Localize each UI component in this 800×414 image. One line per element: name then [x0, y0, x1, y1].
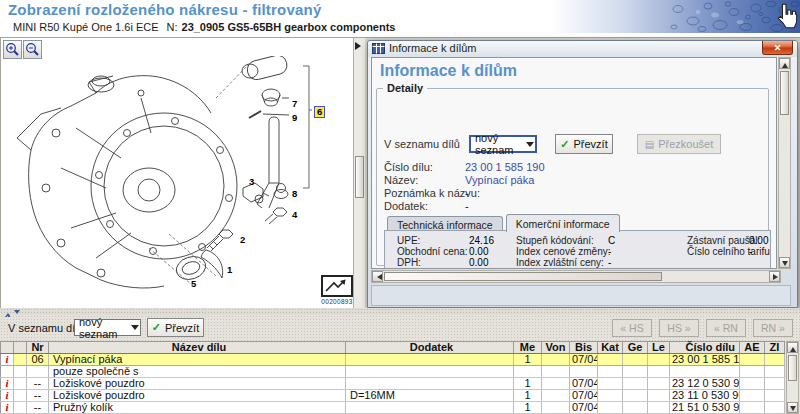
- cell-info[interactable]: i: [1, 354, 14, 366]
- cell-info: [1, 366, 14, 378]
- table-row[interactable]: i--Ložiskové pouzdroD=16MM107/0423 11 0 …: [1, 390, 785, 402]
- header-le: Le: [648, 342, 670, 354]
- table-row[interactable]: i--Ložiskové pouzdro107/0423 12 0 530 90…: [1, 378, 785, 390]
- scroll-up-icon[interactable]: [787, 342, 798, 353]
- dialog-heading: Informace k dílům: [380, 62, 517, 80]
- parts-table: NrNázev díluDodatekMeVonBisKatGeLeČíslo …: [0, 341, 785, 414]
- table-vertical-scrollbar[interactable]: [786, 341, 799, 414]
- scrollbar-thumb[interactable]: [355, 156, 364, 198]
- take-over-button[interactable]: ✓ Převzít: [555, 134, 613, 154]
- cell-zi: [765, 354, 785, 366]
- cell-me: 1: [514, 378, 542, 390]
- drawing-stamp[interactable]: [321, 275, 353, 297]
- parts-list-dropdown[interactable]: nový seznam: [74, 319, 141, 336]
- dialog-titlebar[interactable]: Informace k dílům ✕: [368, 41, 797, 57]
- decorative-banner: [550, 0, 800, 33]
- part-callout-9[interactable]: 9: [292, 112, 297, 123]
- tab-komer-n-informace[interactable]: Komerční informace: [506, 214, 620, 232]
- scrollbar-thumb[interactable]: [780, 71, 789, 115]
- commercial-label: Index zvláštní ceny:: [516, 258, 608, 269]
- drawing-code: 23_0905 GS5-65BH gearbox components: [182, 21, 396, 33]
- take-over-button[interactable]: ✓ Převzít: [147, 318, 204, 337]
- nav-button-3[interactable]: RN »: [753, 319, 793, 337]
- cell-bis: 07/04: [570, 402, 598, 414]
- field-label: Název:: [384, 174, 418, 186]
- nav-button-2[interactable]: « RN: [706, 319, 746, 337]
- verify-button[interactable]: ▤ Přezkoušet: [637, 134, 721, 154]
- exploded-drawing-panel: 796384215 00200893: [0, 38, 364, 308]
- banner-bubbles-graphic: [550, 0, 800, 33]
- table-row[interactable]: i06Vypínací páka107/0423 00 1 585 190: [1, 354, 785, 366]
- part-callout-2[interactable]: 2: [240, 234, 245, 245]
- header-name: Název dílu: [49, 342, 346, 354]
- nav-button-0[interactable]: « HS: [612, 319, 652, 337]
- cell-ge: [623, 354, 648, 366]
- parts-list-toolbar: V seznamu dílů nový seznam ✓ Převzít « H…: [0, 315, 800, 341]
- table-row[interactable]: pouze společně s: [1, 366, 785, 378]
- header-ge: Ge: [623, 342, 648, 354]
- app-window: Zobrazení rozloženého nákresu - filtrova…: [0, 0, 800, 414]
- cell-zi: [765, 402, 785, 414]
- commercial-row: Číslo celního tarifu:-: [687, 247, 769, 258]
- nav-button-1[interactable]: HS »: [659, 319, 699, 337]
- cell-kat: [598, 402, 623, 414]
- header-von: Von: [542, 342, 570, 354]
- part-callout-5[interactable]: 5: [191, 278, 196, 289]
- cell-name: Pružný kolík: [49, 402, 346, 414]
- scroll-down-icon[interactable]: [779, 257, 790, 268]
- cell-ge: [623, 366, 648, 378]
- cell-le: [648, 366, 670, 378]
- cell-name: Ložiskové pouzdro: [49, 378, 346, 390]
- part-callout-1[interactable]: 1: [227, 264, 232, 275]
- cell-info[interactable]: i: [1, 390, 14, 402]
- header-cislo: Číslo dílu: [670, 342, 740, 354]
- page-title: Zobrazení rozloženého nákresu - filtrova…: [8, 1, 321, 18]
- cell-dodatek: D=16MM: [346, 390, 514, 402]
- part-callout-4[interactable]: 4: [292, 209, 297, 220]
- cell-info[interactable]: i: [1, 378, 14, 390]
- chevron-down-icon: [525, 137, 535, 151]
- cell-me: 1: [514, 402, 542, 414]
- table-row[interactable]: i--Pružný kolík107/0421 51 0 530 910: [1, 402, 785, 414]
- zoom-out-icon: [25, 42, 40, 57]
- vehicle-model: MINI R50 Kupé One 1.6i ECE: [13, 21, 159, 33]
- parts-list-dropdown[interactable]: nový seznam: [469, 135, 537, 153]
- splitter-collapse-icon[interactable]: [5, 309, 23, 314]
- part-callout-8[interactable]: 8: [292, 188, 297, 199]
- cell-zi: [765, 366, 785, 378]
- cell-bis: 07/04: [570, 378, 598, 390]
- cell-cislo: 23 12 0 530 909: [670, 378, 740, 390]
- drawing-vertical-scrollbar[interactable]: [353, 38, 365, 308]
- cell-le: [648, 390, 670, 402]
- commercial-value: -: [608, 258, 611, 269]
- part-callout-3[interactable]: 3: [249, 176, 254, 187]
- commercial-row: Index zvláštní ceny:-: [516, 258, 684, 269]
- cell-cislo: [670, 366, 740, 378]
- cell-ae: [740, 354, 765, 366]
- scroll-down-icon[interactable]: [787, 402, 798, 413]
- cell-sel: [14, 378, 27, 390]
- scrollbar-thumb[interactable]: [384, 272, 662, 281]
- cell-ge: [623, 378, 648, 390]
- part-callout-6[interactable]: 6: [314, 106, 325, 118]
- dialog-vertical-scrollbar[interactable]: [778, 57, 791, 269]
- header-me: Me: [514, 342, 542, 354]
- scroll-up-icon[interactable]: [779, 58, 790, 69]
- close-icon[interactable]: ✕: [762, 41, 793, 55]
- cell-dodatek: [346, 402, 514, 414]
- info-tabs: Technická informaceKomerční informace: [387, 214, 623, 231]
- part-info-dialog: Informace k dílům ✕ Informace k dílům De…: [367, 40, 798, 308]
- scroll-left-icon[interactable]: [372, 271, 383, 282]
- cell-info[interactable]: i: [1, 402, 14, 414]
- part-callout-7[interactable]: 7: [292, 98, 297, 109]
- dialog-horizontal-scrollbar[interactable]: [371, 270, 781, 283]
- cell-sel: [14, 366, 27, 378]
- scrollbar-thumb[interactable]: [788, 355, 797, 381]
- cell-cislo: 21 51 0 530 910: [670, 402, 740, 414]
- cell-ae: [740, 378, 765, 390]
- panel-collapse-arrow-icon[interactable]: [355, 42, 365, 50]
- field-value: 23 00 1 585 190: [465, 161, 545, 173]
- splitter-bar[interactable]: [0, 308, 800, 315]
- cell-me: 1: [514, 390, 542, 402]
- scroll-right-icon[interactable]: [769, 271, 780, 282]
